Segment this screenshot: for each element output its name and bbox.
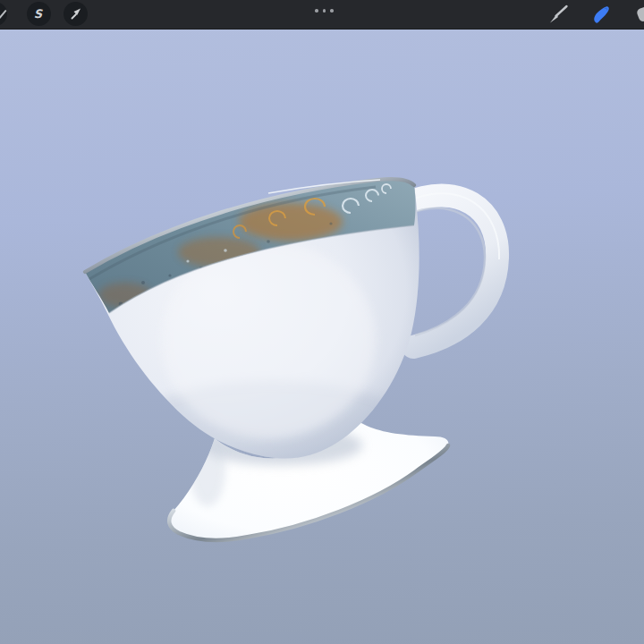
smudge-tool-button[interactable] (590, 3, 613, 26)
magic-wand-icon (0, 9, 6, 18)
selection-s-icon: S (34, 8, 42, 20)
cup-handle (404, 189, 504, 355)
transform-tool-button[interactable] (64, 2, 88, 26)
smudge-finger-icon (591, 4, 612, 25)
selection-tool-button[interactable]: S (27, 2, 51, 26)
transform-arrow-icon (68, 6, 83, 21)
toolbar-drag-handle[interactable] (315, 7, 334, 14)
paintbrush-icon (547, 4, 569, 25)
adjustments-tool-button[interactable] (0, 2, 7, 26)
paint-tool-button[interactable] (547, 3, 570, 26)
ellipsis-drag-handle-icon (315, 9, 318, 13)
eraser-tool-button[interactable] (636, 5, 644, 23)
teacup-3d-render (0, 29, 644, 644)
top-toolbar: S (0, 0, 644, 30)
canvas[interactable] (0, 29, 644, 644)
